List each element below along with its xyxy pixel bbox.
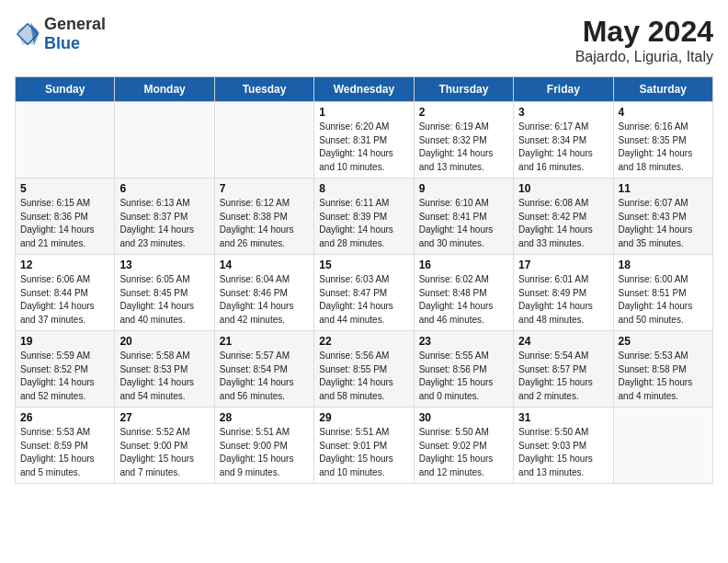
calendar-cell: 29Sunrise: 5:51 AMSunset: 9:01 PMDayligh…: [314, 408, 414, 484]
day-info: Sunrise: 5:51 AMSunset: 9:00 PMDaylight:…: [220, 426, 309, 479]
day-number: 28: [220, 411, 309, 424]
day-info: Sunrise: 6:20 AMSunset: 8:31 PMDaylight:…: [319, 121, 408, 174]
weekday-header-monday: Monday: [115, 77, 214, 102]
calendar-cell: 15Sunrise: 6:03 AMSunset: 8:47 PMDayligh…: [314, 255, 414, 331]
calendar-cell: [16, 102, 115, 178]
logo-blue: Blue: [44, 34, 80, 52]
calendar-cell: [613, 408, 712, 484]
logo-general: General: [44, 15, 106, 33]
day-info: Sunrise: 5:53 AMSunset: 8:58 PMDaylight:…: [619, 350, 708, 403]
day-info: Sunrise: 5:53 AMSunset: 8:59 PMDaylight:…: [20, 426, 109, 479]
day-number: 6: [119, 182, 209, 195]
day-number: 5: [20, 182, 109, 195]
day-number: 30: [419, 411, 508, 424]
weekday-header-thursday: Thursday: [414, 77, 513, 102]
day-number: 31: [518, 411, 608, 424]
day-info: Sunrise: 6:11 AMSunset: 8:39 PMDaylight:…: [319, 197, 408, 250]
title-block: May 2024 Bajardo, Liguria, Italy: [575, 15, 713, 65]
day-info: Sunrise: 6:16 AMSunset: 8:35 PMDaylight:…: [619, 121, 708, 174]
weekday-header-wednesday: Wednesday: [314, 77, 414, 102]
calendar-cell: 1Sunrise: 6:20 AMSunset: 8:31 PMDaylight…: [314, 102, 414, 178]
calendar-week-row: 19Sunrise: 5:59 AMSunset: 8:52 PMDayligh…: [16, 331, 713, 408]
calendar-cell: [214, 102, 313, 178]
day-number: 19: [20, 335, 109, 348]
day-number: 14: [220, 259, 309, 271]
day-info: Sunrise: 6:08 AMSunset: 8:42 PMDaylight:…: [518, 197, 608, 250]
page-header: General Blue May 2024 Bajardo, Liguria, …: [15, 15, 713, 65]
day-info: Sunrise: 5:58 AMSunset: 8:53 PMDaylight:…: [119, 350, 209, 403]
day-number: 11: [619, 182, 708, 195]
day-number: 2: [419, 106, 508, 119]
day-number: 18: [619, 259, 708, 271]
calendar-cell: 12Sunrise: 6:06 AMSunset: 8:44 PMDayligh…: [16, 255, 115, 331]
calendar-cell: 2Sunrise: 6:19 AMSunset: 8:32 PMDaylight…: [414, 102, 513, 178]
calendar-cell: 11Sunrise: 6:07 AMSunset: 8:43 PMDayligh…: [613, 178, 712, 255]
day-info: Sunrise: 6:00 AMSunset: 8:51 PMDaylight:…: [619, 273, 708, 327]
calendar-cell: 5Sunrise: 6:15 AMSunset: 8:36 PMDaylight…: [16, 178, 115, 255]
calendar-cell: 30Sunrise: 5:50 AMSunset: 9:02 PMDayligh…: [414, 408, 513, 484]
calendar-cell: 23Sunrise: 5:55 AMSunset: 8:56 PMDayligh…: [414, 331, 513, 408]
weekday-header-row: SundayMondayTuesdayWednesdayThursdayFrid…: [16, 77, 713, 102]
calendar-cell: 7Sunrise: 6:12 AMSunset: 8:38 PMDaylight…: [214, 178, 313, 255]
calendar-cell: [115, 102, 214, 178]
day-number: 21: [220, 335, 309, 348]
day-info: Sunrise: 6:01 AMSunset: 8:49 PMDaylight:…: [518, 273, 608, 327]
day-info: Sunrise: 6:07 AMSunset: 8:43 PMDaylight:…: [619, 197, 708, 250]
day-number: 12: [20, 259, 109, 271]
calendar-week-row: 26Sunrise: 5:53 AMSunset: 8:59 PMDayligh…: [16, 408, 713, 484]
calendar-cell: 14Sunrise: 6:04 AMSunset: 8:46 PMDayligh…: [214, 255, 313, 331]
calendar-cell: 27Sunrise: 5:52 AMSunset: 9:00 PMDayligh…: [115, 408, 214, 484]
calendar-cell: 19Sunrise: 5:59 AMSunset: 8:52 PMDayligh…: [16, 331, 115, 408]
day-info: Sunrise: 6:03 AMSunset: 8:47 PMDaylight:…: [319, 273, 408, 327]
weekday-header-friday: Friday: [514, 77, 613, 102]
weekday-header-saturday: Saturday: [613, 77, 712, 102]
calendar-cell: 8Sunrise: 6:11 AMSunset: 8:39 PMDaylight…: [314, 178, 414, 255]
calendar-cell: 28Sunrise: 5:51 AMSunset: 9:00 PMDayligh…: [214, 408, 313, 484]
calendar-table: SundayMondayTuesdayWednesdayThursdayFrid…: [15, 76, 713, 484]
calendar-cell: 31Sunrise: 5:50 AMSunset: 9:03 PMDayligh…: [514, 408, 613, 484]
day-number: 24: [518, 335, 608, 348]
day-info: Sunrise: 5:50 AMSunset: 9:02 PMDaylight:…: [419, 426, 508, 479]
calendar-cell: 9Sunrise: 6:10 AMSunset: 8:41 PMDaylight…: [414, 178, 513, 255]
logo-icon: [15, 21, 40, 47]
day-number: 20: [119, 335, 209, 348]
day-number: 3: [518, 106, 608, 119]
day-number: 15: [319, 259, 408, 271]
day-info: Sunrise: 5:59 AMSunset: 8:52 PMDaylight:…: [20, 350, 109, 403]
day-number: 22: [319, 335, 408, 348]
calendar-cell: 18Sunrise: 6:00 AMSunset: 8:51 PMDayligh…: [613, 255, 712, 331]
calendar-cell: 3Sunrise: 6:17 AMSunset: 8:34 PMDaylight…: [514, 102, 613, 178]
weekday-header-sunday: Sunday: [16, 77, 115, 102]
day-info: Sunrise: 6:10 AMSunset: 8:41 PMDaylight:…: [419, 197, 508, 250]
calendar-cell: 4Sunrise: 6:16 AMSunset: 8:35 PMDaylight…: [613, 102, 712, 178]
weekday-header-tuesday: Tuesday: [214, 77, 313, 102]
day-number: 17: [518, 259, 608, 271]
calendar-cell: 22Sunrise: 5:56 AMSunset: 8:55 PMDayligh…: [314, 331, 414, 408]
month-title: May 2024: [575, 15, 713, 49]
calendar-week-row: 1Sunrise: 6:20 AMSunset: 8:31 PMDaylight…: [16, 102, 713, 178]
calendar-cell: 20Sunrise: 5:58 AMSunset: 8:53 PMDayligh…: [115, 331, 214, 408]
calendar-cell: 10Sunrise: 6:08 AMSunset: 8:42 PMDayligh…: [514, 178, 613, 255]
location-title: Bajardo, Liguria, Italy: [575, 49, 713, 65]
logo-text: General Blue: [44, 15, 106, 53]
day-number: 9: [419, 182, 508, 195]
day-info: Sunrise: 5:57 AMSunset: 8:54 PMDaylight:…: [220, 350, 309, 403]
day-info: Sunrise: 6:04 AMSunset: 8:46 PMDaylight:…: [220, 273, 309, 327]
calendar-cell: 17Sunrise: 6:01 AMSunset: 8:49 PMDayligh…: [514, 255, 613, 331]
day-number: 16: [419, 259, 508, 271]
day-info: Sunrise: 5:52 AMSunset: 9:00 PMDaylight:…: [119, 426, 209, 479]
day-info: Sunrise: 5:51 AMSunset: 9:01 PMDaylight:…: [319, 426, 408, 479]
calendar-cell: 24Sunrise: 5:54 AMSunset: 8:57 PMDayligh…: [514, 331, 613, 408]
day-number: 4: [619, 106, 708, 119]
day-number: 1: [319, 106, 408, 119]
day-number: 29: [319, 411, 408, 424]
day-number: 27: [119, 411, 209, 424]
logo: General Blue: [15, 15, 106, 53]
day-info: Sunrise: 6:05 AMSunset: 8:45 PMDaylight:…: [119, 273, 209, 327]
day-number: 10: [518, 182, 608, 195]
calendar-cell: 16Sunrise: 6:02 AMSunset: 8:48 PMDayligh…: [414, 255, 513, 331]
calendar-cell: 13Sunrise: 6:05 AMSunset: 8:45 PMDayligh…: [115, 255, 214, 331]
day-number: 13: [119, 259, 209, 271]
calendar-week-row: 5Sunrise: 6:15 AMSunset: 8:36 PMDaylight…: [16, 178, 713, 255]
day-info: Sunrise: 6:15 AMSunset: 8:36 PMDaylight:…: [20, 197, 109, 250]
